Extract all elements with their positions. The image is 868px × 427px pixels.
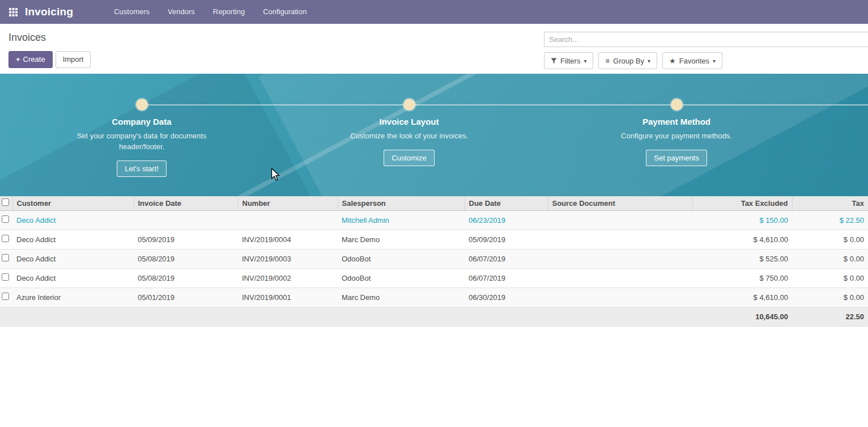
set-payments-button[interactable]: Set payments — [646, 150, 707, 166]
cell-tax-excluded: $ 750.00 — [692, 268, 792, 288]
column-header-salesperson[interactable]: Salesperson — [338, 196, 465, 210]
column-header-due-date[interactable]: Due Date — [465, 196, 548, 210]
menu-customers[interactable]: Customers — [105, 0, 159, 24]
cell-due-date: 06/30/2019 — [465, 288, 548, 307]
step-title: Company Data — [57, 117, 227, 126]
cell-customer: Deco Addict — [12, 249, 134, 268]
step-description: Configure your payment methods. — [611, 130, 742, 141]
cell-invoice-date: 05/09/2019 — [134, 230, 238, 249]
favorites-button[interactable]: ★ Favorites ▾ — [662, 52, 722, 69]
favorites-button-label: Favorites — [679, 57, 709, 65]
menu-vendors[interactable]: Vendors — [159, 0, 204, 24]
cell-salesperson: Mitchell Admin — [338, 210, 465, 230]
page-title: Invoices — [8, 32, 46, 44]
column-header-invoice-date[interactable]: Invoice Date — [134, 196, 238, 210]
cell-tax: $ 0.00 — [792, 230, 868, 249]
cell-source-document — [548, 230, 692, 249]
star-icon: ★ — [669, 57, 676, 65]
column-header-customer[interactable]: Customer — [12, 196, 134, 210]
step-dot — [403, 99, 415, 111]
import-button[interactable]: Import — [56, 51, 91, 68]
apps-menu-icon[interactable] — [5, 3, 22, 20]
customize-button[interactable]: Customize — [384, 150, 434, 166]
cell-salesperson: OdooBot — [338, 268, 465, 288]
table-body: Deco Addict Mitchell Admin 06/23/2019 $ … — [0, 210, 868, 307]
main-menu: Customers Vendors Reporting Configuratio… — [105, 0, 316, 24]
cell-due-date: 06/23/2019 — [465, 210, 548, 230]
select-all-checkbox[interactable] — [2, 198, 9, 206]
create-button[interactable]: +Create — [8, 51, 53, 68]
cell-source-document — [548, 249, 692, 268]
step-dot — [671, 99, 683, 111]
filters-button[interactable]: Filters ▾ — [544, 52, 593, 69]
cell-due-date: 06/07/2019 — [465, 268, 548, 288]
cell-customer: Deco Addict — [12, 230, 134, 249]
row-checkbox[interactable] — [2, 273, 9, 281]
grid-icon — [9, 8, 18, 16]
onboarding-step-company-data: Company Data Set your company's data for… — [57, 99, 227, 177]
step-title: Invoice Layout — [324, 117, 494, 126]
cell-source-document — [548, 210, 692, 230]
row-checkbox[interactable] — [2, 215, 9, 223]
table-row[interactable]: Deco Addict 05/08/2019 INV/2019/0003 Odo… — [0, 249, 868, 268]
lets-start-button[interactable]: Let's start! — [117, 160, 167, 177]
row-checkbox[interactable] — [2, 235, 9, 242]
column-header-tax-excluded[interactable]: Tax Excluded — [692, 196, 792, 210]
row-checkbox[interactable] — [2, 254, 9, 261]
table-row[interactable]: Deco Addict 05/08/2019 INV/2019/0002 Odo… — [0, 268, 868, 288]
cell-tax: $ 22.50 — [792, 210, 868, 230]
onboarding-step-invoice-layout: Invoice Layout Customize the look of you… — [324, 99, 494, 166]
menu-configuration[interactable]: Configuration — [254, 0, 316, 24]
cell-number: INV/2019/0002 — [238, 268, 338, 288]
column-header-source-document[interactable]: Source Document — [548, 196, 692, 210]
filter-icon — [551, 58, 557, 64]
total-tax-excluded: 10,645.00 — [692, 307, 792, 326]
filters-button-label: Filters — [560, 57, 580, 65]
action-buttons: +Create Import — [8, 51, 91, 68]
cell-invoice-date: 05/08/2019 — [134, 249, 238, 268]
group-by-icon: ≡ — [605, 57, 610, 65]
step-description: Set your company's data for documents he… — [76, 130, 207, 152]
cell-source-document — [548, 268, 692, 288]
menu-reporting[interactable]: Reporting — [204, 0, 254, 24]
cell-invoice-date: 05/01/2019 — [134, 288, 238, 307]
plus-icon: + — [16, 55, 20, 64]
group-by-button[interactable]: ≡ Group By ▾ — [598, 52, 657, 69]
cell-tax: $ 0.00 — [792, 288, 868, 307]
step-title: Payment Method — [592, 117, 761, 126]
top-navbar: Invoicing Customers Vendors Reporting Co… — [0, 0, 868, 24]
cell-number: INV/2019/0004 — [238, 230, 338, 249]
select-all-cell — [0, 196, 12, 210]
table-row[interactable]: Deco Addict 05/09/2019 INV/2019/0004 Mar… — [0, 230, 868, 249]
invoice-list-table: Customer Invoice Date Number Salesperson… — [0, 196, 868, 327]
cell-customer: Azure Interior — [12, 288, 134, 307]
caret-down-icon: ▾ — [648, 58, 650, 64]
cell-due-date: 05/09/2019 — [465, 230, 548, 249]
cell-salesperson: Marc Demo — [338, 230, 465, 249]
caret-down-icon: ▾ — [713, 58, 716, 64]
group-by-button-label: Group By — [613, 57, 644, 65]
cell-tax: $ 0.00 — [792, 249, 868, 268]
cell-invoice-date: 05/08/2019 — [134, 268, 238, 288]
onboarding-banner: Company Data Set your company's data for… — [0, 74, 868, 196]
search-input[interactable] — [544, 32, 868, 47]
create-button-label: Create — [23, 55, 45, 64]
cell-tax-excluded: $ 150.00 — [692, 210, 792, 230]
column-header-tax[interactable]: Tax — [792, 196, 868, 210]
table-row[interactable]: Deco Addict Mitchell Admin 06/23/2019 $ … — [0, 210, 868, 230]
caret-down-icon: ▾ — [584, 58, 586, 64]
step-dot — [136, 99, 148, 111]
total-tax: 22.50 — [792, 307, 868, 326]
cell-number: INV/2019/0003 — [238, 249, 338, 268]
cell-invoice-date — [134, 210, 238, 230]
app-name[interactable]: Invoicing — [25, 6, 73, 18]
column-header-number[interactable]: Number — [238, 196, 338, 210]
totals-row: 10,645.00 22.50 — [0, 307, 868, 326]
table-row[interactable]: Azure Interior 05/01/2019 INV/2019/0001 … — [0, 288, 868, 307]
cell-number: INV/2019/0001 — [238, 288, 338, 307]
cell-number — [238, 210, 338, 230]
invoicing-app-screen: Invoicing Customers Vendors Reporting Co… — [0, 0, 868, 427]
row-checkbox[interactable] — [2, 293, 9, 300]
cell-due-date: 06/07/2019 — [465, 249, 548, 268]
table-footer: 10,645.00 22.50 — [0, 307, 868, 326]
